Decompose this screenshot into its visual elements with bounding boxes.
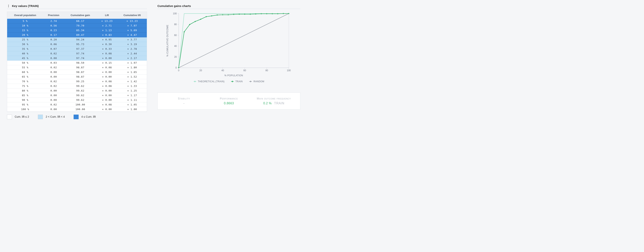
cell-pop: 50 %: [7, 61, 43, 65]
svg-point-2: [8, 7, 9, 7]
cell-cum_lift: × 13.23: [118, 19, 147, 23]
cell-cum_gain: 89.47: [64, 33, 96, 37]
cell-precision: 0.17: [43, 33, 64, 37]
table-row: 20 %0.1789.47× 0.83× 4.47: [7, 33, 147, 37]
cell-cum_gain: 98.87: [64, 70, 96, 74]
cell-lift: × 2.71: [96, 23, 118, 28]
cell-cum_gain: 98.87: [64, 74, 96, 79]
train-marker-icon: [231, 81, 234, 82]
svg-text:80: 80: [266, 69, 268, 72]
cell-lift: × 0.00: [96, 98, 118, 102]
table-row: 95 %0.02100.00× 0.08× 1.05: [7, 102, 147, 107]
svg-text:20: 20: [174, 56, 177, 58]
swatch-mid-icon: [38, 114, 43, 119]
cell-precision: 0.07: [43, 47, 64, 51]
cell-lift: × 0.00: [96, 74, 118, 79]
svg-rect-41: [228, 14, 229, 16]
table-row: 50 %0.0398.50× 0.15× 1.97: [7, 61, 147, 65]
cell-lift: × 0.08: [96, 84, 118, 88]
cell-cum_gain: 99.62: [64, 98, 96, 102]
cell-precision: 0.00: [43, 93, 64, 98]
cell-cum_gain: 97.37: [64, 47, 96, 51]
cell-cum_gain: 100.00: [64, 102, 96, 107]
cell-cum_lift: × 1.65: [118, 70, 147, 74]
cell-lift: × 0.00: [96, 70, 118, 74]
band-legend: Cum. lift ≤ 2 2 < Cum. lift < 4 4 ≤ Cum.…: [7, 114, 147, 119]
cell-cum_gain: 98.87: [64, 65, 96, 70]
cell-cum_gain: 99.62: [64, 88, 96, 93]
cell-pop: 100 %: [7, 107, 43, 112]
cell-precision: 0.02: [43, 84, 64, 88]
cell-cum_lift: × 1.33: [118, 84, 147, 88]
cell-lift: × 0.00: [96, 56, 118, 61]
cell-cum_gain: 95.73: [64, 42, 96, 47]
legend-random: RANDOM: [249, 80, 264, 83]
cell-lift: × 0.95: [96, 37, 118, 42]
cell-precision: 0.02: [43, 51, 64, 56]
random-marker-icon: [249, 81, 252, 82]
svg-rect-47: [260, 13, 262, 15]
cell-cum_lift: × 1.00: [118, 107, 147, 112]
cell-pop: 10 %: [7, 23, 43, 28]
cell-precision: 0.00: [43, 107, 64, 112]
svg-text:60: 60: [174, 34, 177, 37]
cell-precision: 0.23: [43, 28, 64, 33]
svg-text:60: 60: [244, 69, 246, 72]
cell-precision: 0.02: [43, 79, 64, 84]
cell-cum_lift: × 2.17: [118, 56, 147, 61]
cell-pop: 25 %: [7, 37, 43, 42]
cell-lift: × 0.00: [96, 88, 118, 93]
cell-pop: 45 %: [7, 56, 43, 61]
cell-cum_gain: 85.34: [64, 28, 96, 33]
table-row: 10 %0.5679.70× 2.71× 7.97: [7, 23, 147, 28]
cell-lift: × 1.13: [96, 28, 118, 33]
cell-precision: 0.02: [43, 65, 64, 70]
cell-pop: 60 %: [7, 70, 43, 74]
cell-precision: 0.02: [43, 102, 64, 107]
table-row: 55 %0.0298.87× 0.08× 1.80: [7, 65, 147, 70]
svg-rect-32: [178, 67, 179, 68]
more-icon[interactable]: [7, 5, 10, 8]
gains-chart-title: Cumulative gains charts: [158, 4, 191, 8]
svg-point-1: [8, 6, 9, 6]
cell-lift: × 0.15: [96, 61, 118, 65]
table-row: 25 %0.2094.24× 0.95× 3.77: [7, 37, 147, 42]
cell-cum_lift: × 4.47: [118, 33, 147, 37]
table-row: 5 %2.7466.17× 13.23× 13.23: [7, 19, 147, 23]
cell-pop: 55 %: [7, 65, 43, 70]
gains-chart-svg: 020406080100020406080100% POPULATION% CU…: [158, 12, 293, 77]
cell-cum_lift: × 1.97: [118, 61, 147, 65]
svg-text:20: 20: [199, 69, 202, 72]
cell-cum_lift: × 3.77: [118, 37, 147, 42]
cell-cum_lift: × 1.52: [118, 74, 147, 79]
cell-lift: × 13.23: [96, 19, 118, 23]
cell-cum_gain: 66.17: [64, 19, 96, 23]
cell-lift: × 0.33: [96, 47, 118, 51]
cell-precision: 2.74: [43, 19, 64, 23]
svg-rect-49: [272, 13, 273, 15]
col-population: Overall population: [7, 12, 43, 19]
cell-pop: 30 %: [7, 42, 43, 47]
cell-pop: 85 %: [7, 93, 43, 98]
svg-text:% POPULATION: % POPULATION: [224, 74, 243, 77]
cell-cum_gain: 99.62: [64, 93, 96, 98]
svg-text:100: 100: [287, 69, 291, 72]
svg-text:0: 0: [178, 69, 180, 72]
table-row: 40 %0.0297.74× 0.08× 2.44: [7, 51, 147, 56]
cell-pop: 65 %: [7, 74, 43, 79]
cell-cum_gain: 99.62: [64, 84, 96, 88]
svg-rect-48: [266, 13, 267, 15]
cell-lift: × 0.00: [96, 107, 118, 112]
legend-mid: 2 < Cum. lift < 4: [38, 114, 65, 119]
cell-pop: 40 %: [7, 51, 43, 56]
svg-rect-52: [288, 13, 289, 14]
svg-text:0: 0: [176, 66, 177, 69]
cell-cum_lift: × 7.97: [118, 23, 147, 28]
svg-text:80: 80: [174, 23, 177, 26]
cell-cum_gain: 97.74: [64, 51, 96, 56]
cell-pop: 95 %: [7, 102, 43, 107]
cell-lift: × 0.30: [96, 42, 118, 47]
table-row: 60 %0.0098.87× 0.00× 1.65: [7, 70, 147, 74]
table-row: 45 %0.0097.74× 0.00× 2.17: [7, 56, 147, 61]
cell-pop: 80 %: [7, 88, 43, 93]
